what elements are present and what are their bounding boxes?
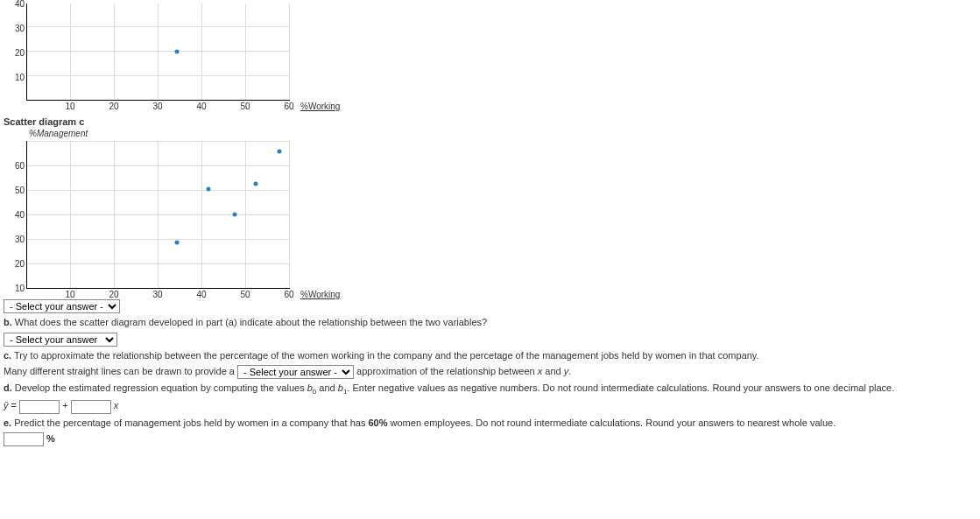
scatter-chart-1: 40 30 20 10 10 20 30 40 50 60 %Working	[7, 4, 296, 113]
scatter-chart-2: %Management 60 50 40 30 20 10 10 20 30 4…	[7, 130, 296, 297]
select-answer-a[interactable]: - Select your answer -	[4, 299, 120, 313]
question-text-e-after: women employees. Do not round intermedia…	[391, 417, 836, 428]
question-text-e-before: Predict the percentage of management job…	[14, 417, 365, 428]
var-x: x	[538, 366, 543, 376]
percent-unit: %	[46, 433, 55, 444]
y-tick: 60	[7, 161, 25, 171]
yhat: ŷ	[4, 400, 9, 410]
x-tick: 60	[284, 102, 293, 111]
plot-area-1	[26, 4, 290, 101]
x-axis-label: %Working	[300, 102, 340, 111]
question-prefix-b: b.	[4, 317, 12, 327]
x-tick: 40	[196, 102, 206, 111]
question-prefix-d: d.	[4, 382, 12, 393]
period: .	[568, 366, 571, 376]
plus: +	[62, 400, 67, 410]
y-tick: 30	[7, 24, 25, 33]
y-tick: 20	[7, 48, 25, 58]
data-point	[207, 187, 211, 192]
y-tick: 20	[7, 259, 25, 269]
data-point	[254, 181, 258, 186]
line-c2-after1: approximation of the relationship betwee…	[356, 366, 535, 376]
y-tick: 40	[7, 0, 25, 9]
b0-input[interactable]	[19, 400, 60, 414]
x-tick: 10	[65, 290, 74, 299]
select-answer-b[interactable]: - Select your answer -	[4, 333, 117, 347]
select-answer-c[interactable]: - Select your answer -	[237, 365, 354, 379]
question-text-d-after: Enter negative values as negative number…	[352, 382, 894, 393]
plot-area-2	[26, 141, 290, 289]
b0-sub: 0	[313, 388, 316, 396]
b1-input[interactable]	[71, 400, 111, 414]
line-c2-before: Many different straight lines can be dra…	[4, 366, 235, 376]
x-tick: 40	[196, 290, 206, 299]
x-tick: 30	[152, 102, 162, 111]
data-point	[278, 149, 282, 153]
question-text-d: Develop the estimated regression equatio…	[15, 382, 305, 393]
x-tick: 10	[65, 102, 74, 111]
question-text-b: What does the scatter diagram developed …	[15, 317, 487, 327]
x-tick: 50	[240, 290, 250, 299]
x-tick: 60	[284, 290, 293, 299]
x-var-eq: x	[114, 400, 119, 410]
x-tick: 20	[109, 102, 118, 111]
section-title: Scatter diagram c	[4, 116, 980, 127]
x-tick: 20	[109, 290, 118, 299]
x-tick: 50	[240, 102, 250, 111]
x-tick: 30	[152, 290, 162, 299]
question-prefix-e: e.	[4, 417, 11, 428]
data-point	[175, 50, 180, 54]
percent-60: 60%	[368, 417, 387, 428]
and-text: and	[545, 366, 561, 376]
and-d: and	[319, 382, 335, 393]
y-tick: 40	[7, 210, 25, 220]
predict-input[interactable]	[4, 432, 44, 446]
y-tick: 30	[7, 235, 25, 244]
question-prefix-c: c.	[4, 350, 11, 361]
equals: =	[11, 400, 17, 410]
data-point	[175, 240, 180, 244]
period-d: .	[347, 382, 349, 393]
y-axis-label: %Management	[29, 129, 88, 138]
x-axis-label: %Working	[300, 290, 340, 299]
y-tick: 10	[7, 284, 25, 293]
y-tick: 10	[7, 73, 25, 82]
data-point	[233, 213, 237, 217]
question-text-c: Try to approximate the relationship betw…	[14, 350, 759, 361]
y-tick: 50	[7, 186, 25, 195]
